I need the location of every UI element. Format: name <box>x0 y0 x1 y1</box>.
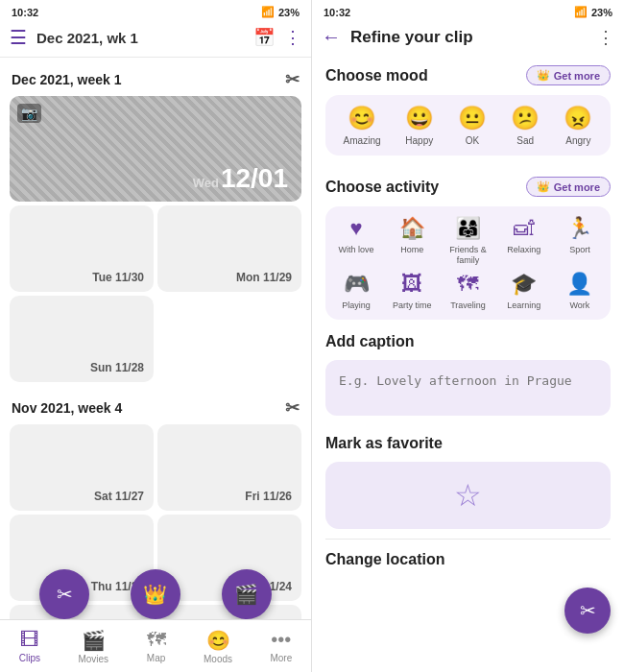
week-header-dec: Dec 2021, week 1 ✂ <box>10 65 301 96</box>
star-icon[interactable]: ☆ <box>454 477 482 514</box>
featured-day-num: 12/01 <box>221 165 288 192</box>
mood-amazing-label: Amazing <box>344 135 381 146</box>
status-bar-right: 10:32 📶 23% <box>312 0 624 22</box>
featured-day-label: Wed <box>193 176 219 190</box>
more-icon[interactable]: ⋮ <box>284 27 301 48</box>
mood-header: Choose mood 👑 Get more <box>325 65 611 85</box>
scissors-nov[interactable]: ✂ <box>285 397 300 419</box>
sport-label: Sport <box>569 245 590 255</box>
mood-angry-label: Angry <box>565 135 590 146</box>
crown-fab[interactable]: 👑 <box>131 569 180 619</box>
mood-sad[interactable]: 😕 Sad <box>511 105 540 146</box>
fab-right-area: ✂ <box>312 584 624 653</box>
playing-label: Playing <box>342 300 371 311</box>
signal-icon-right: 📶 <box>574 6 588 18</box>
crown-icon-activity: 👑 <box>537 180 550 193</box>
caption-input[interactable] <box>325 360 611 416</box>
activity-home[interactable]: 🏠 Home <box>387 216 437 266</box>
activity-sport[interactable]: 🏃 Sport <box>555 216 605 266</box>
activity-work[interactable]: 👤 Work <box>555 272 605 311</box>
clip-1128[interactable]: Sun 11/28 <box>10 296 154 382</box>
location-header: Change location <box>325 551 611 568</box>
nav-movies-label: Movies <box>78 654 108 664</box>
clips-icon: 🎞 <box>20 629 39 651</box>
clip-1130[interactable]: Tue 11/30 <box>10 205 154 292</box>
mood-angry[interactable]: 😠 Angry <box>564 105 592 146</box>
nav-map[interactable]: 🗺 Map <box>147 629 166 663</box>
clip-1127[interactable]: Sat 11/27 <box>10 424 154 511</box>
favorite-header: Mark as favorite <box>325 435 611 452</box>
week-section-dec: Dec 2021, week 1 ✂ 📷 Wed 12/01 Tue 11/30 <box>0 58 311 386</box>
scissors-fab-right[interactable]: ✂ <box>564 588 611 634</box>
activity-party[interactable]: 🖼 Party time <box>387 272 437 311</box>
nav-movies[interactable]: 🎬 Movies <box>78 629 108 664</box>
right-more-icon[interactable]: ⋮ <box>597 27 614 48</box>
activity-traveling[interactable]: 🗺 Traveling <box>443 272 492 311</box>
with-love-label: With love <box>339 245 374 255</box>
mood-ok[interactable]: 😐 OK <box>458 105 487 146</box>
traveling-label: Traveling <box>450 300 486 311</box>
party-label: Party time <box>393 300 432 311</box>
favorite-box[interactable]: ☆ <box>325 462 611 529</box>
caption-header: Add caption <box>325 333 611 350</box>
mood-happy[interactable]: 😀 Happy <box>405 105 434 146</box>
movies-icon: 🎬 <box>82 629 106 652</box>
mood-ok-label: OK <box>466 135 479 146</box>
status-bar-left: 10:32 📶 23% <box>0 0 311 22</box>
time-right: 10:32 <box>324 7 350 18</box>
with-love-icon: ♥ <box>350 216 363 241</box>
mood-sad-emoji: 😕 <box>511 105 540 132</box>
relaxing-label: Relaxing <box>507 245 540 255</box>
mood-section: Choose mood 👑 Get more 😊 Amazing 😀 Happy… <box>312 58 624 169</box>
scissors-dec[interactable]: ✂ <box>285 69 300 90</box>
status-icons-left: 📶 23% <box>261 6 300 18</box>
nav-more[interactable]: ••• More <box>270 629 292 663</box>
activity-title: Choose activity <box>325 179 439 196</box>
party-icon: 🖼 <box>401 272 422 297</box>
activity-get-more[interactable]: 👑 Get more <box>526 177 611 197</box>
location-title: Change location <box>325 551 444 568</box>
page-title-right: Refine your clip <box>350 28 597 47</box>
playing-icon: 🎮 <box>344 272 370 297</box>
favorite-section: Mark as favorite ☆ <box>312 427 624 535</box>
menu-icon[interactable]: ☰ <box>10 26 27 49</box>
scissors-fab[interactable]: ✂ <box>39 569 89 619</box>
map-icon: 🗺 <box>147 629 166 651</box>
caption-section: Add caption <box>312 325 624 427</box>
back-button[interactable]: ← <box>322 26 341 48</box>
sport-icon: 🏃 <box>566 216 592 241</box>
week-title-nov: Nov 2021, week 4 <box>12 400 122 416</box>
clip-grid-dec: 📷 Wed 12/01 Tue 11/30 Mon 11/29 Sun 11/2… <box>10 96 301 382</box>
battery-right: 23% <box>591 7 612 18</box>
crown-icon-mood: 👑 <box>537 69 550 82</box>
mood-ok-emoji: 😐 <box>458 105 487 132</box>
nav-moods-label: Moods <box>204 654 232 664</box>
location-section: Change location <box>312 543 624 584</box>
mood-happy-emoji: 😀 <box>405 105 434 132</box>
friends-label: Friends & family <box>443 245 492 266</box>
friends-icon: 👨‍👩‍👧 <box>455 216 481 241</box>
week-title: Dec 2021, wk 1 <box>36 30 253 46</box>
activity-friends[interactable]: 👨‍👩‍👧 Friends & family <box>443 216 492 266</box>
featured-date: Wed 12/01 <box>193 165 288 192</box>
nav-map-label: Map <box>147 653 165 663</box>
relaxing-icon: 🛋 <box>514 216 535 241</box>
activity-learning[interactable]: 🎓 Learning <box>499 272 549 311</box>
calendar-icon[interactable]: 📅 <box>253 27 275 48</box>
nav-moods[interactable]: 😊 Moods <box>204 629 232 664</box>
activity-header: Choose activity 👑 Get more <box>325 177 611 197</box>
caption-title: Add caption <box>325 333 414 350</box>
mood-angry-emoji: 😠 <box>564 105 592 132</box>
mood-amazing[interactable]: 😊 Amazing <box>344 105 381 146</box>
fab-area: ✂ 👑 🎬 <box>0 569 311 619</box>
nav-clips[interactable]: 🎞 Clips <box>19 629 40 663</box>
clip-1129[interactable]: Mon 11/29 <box>157 205 301 292</box>
clip-featured[interactable]: 📷 Wed 12/01 <box>10 96 301 202</box>
mood-get-more[interactable]: 👑 Get more <box>526 65 611 85</box>
activity-with-love[interactable]: ♥ With love <box>331 216 381 266</box>
video-fab[interactable]: 🎬 <box>222 569 272 619</box>
activity-playing[interactable]: 🎮 Playing <box>331 272 381 311</box>
clip-1126[interactable]: Fri 11/26 <box>157 424 301 511</box>
activity-relaxing[interactable]: 🛋 Relaxing <box>499 216 549 266</box>
more-nav-icon: ••• <box>271 629 291 651</box>
